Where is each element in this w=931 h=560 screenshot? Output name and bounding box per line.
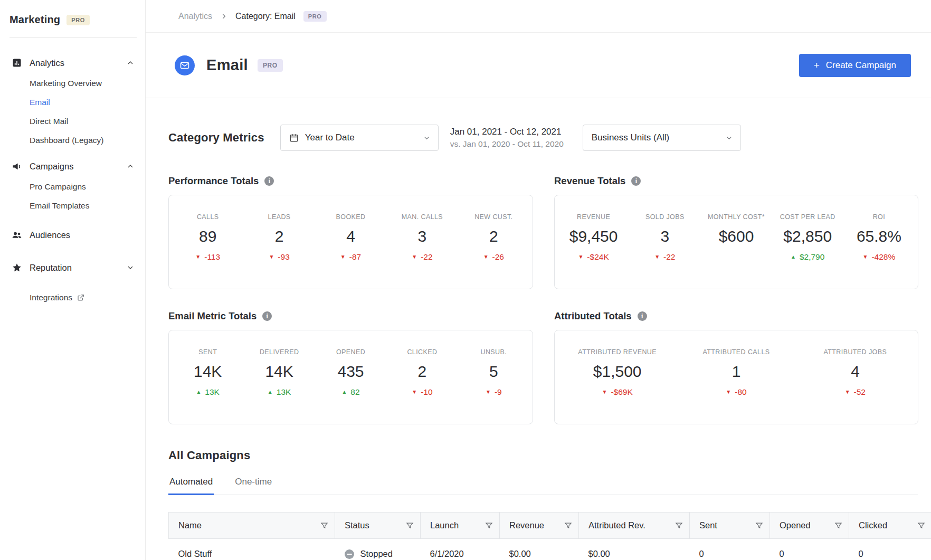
metrics-card: CALLS 89 -113 LEADS 2 xyxy=(168,195,533,289)
filter-icon[interactable] xyxy=(320,521,328,529)
column-label: Clicked xyxy=(859,520,887,530)
cell-launch: 6/1/2020 xyxy=(421,539,500,560)
group-title: Email Metric Totals xyxy=(168,310,256,322)
bar-chart-icon xyxy=(12,58,22,68)
metric-delta: -26 xyxy=(458,252,529,262)
column-label: Attributed Rev. xyxy=(588,520,645,530)
sidebar-item-label: Analytics xyxy=(30,58,64,68)
sidebar-item-marketing-overview[interactable]: Marketing Overview xyxy=(10,74,137,93)
sidebar-item-integrations[interactable]: Integrations xyxy=(10,288,137,307)
status-label: Stopped xyxy=(360,549,393,559)
filter-icon[interactable] xyxy=(755,521,763,529)
filter-icon[interactable] xyxy=(675,521,683,529)
column-label: Sent xyxy=(699,520,717,530)
info-icon[interactable]: i xyxy=(631,176,641,186)
table-column-header[interactable]: Launch xyxy=(421,512,500,539)
campaigns-tabs: Automated One-time xyxy=(168,477,918,495)
sidebar-item-direct-mail[interactable]: Direct Mail xyxy=(10,112,137,131)
chevron-down-icon[interactable] xyxy=(126,263,135,272)
delta-arrow-icon xyxy=(340,254,346,260)
delta-value: 13K xyxy=(205,387,220,397)
metric: UNSUB. 5 -9 xyxy=(458,330,529,424)
sidebar-item-email-templates[interactable]: Email Templates xyxy=(10,196,137,215)
filter-icon[interactable] xyxy=(485,521,493,529)
table-column-header[interactable]: Revenue xyxy=(500,512,579,539)
tab-one-time[interactable]: One-time xyxy=(234,477,273,495)
calendar-icon xyxy=(289,133,299,143)
metric-label: SOLD JOBS xyxy=(629,213,700,222)
breadcrumb: Analytics Category: Email PRO xyxy=(146,0,931,33)
brand-title: Marketing xyxy=(10,14,60,26)
delta-arrow-icon xyxy=(195,254,201,260)
info-icon[interactable]: i xyxy=(638,311,647,321)
chevron-up-icon[interactable] xyxy=(126,59,135,67)
metric-value: 14K xyxy=(172,363,243,381)
chevron-down-icon xyxy=(423,134,431,142)
delta-arrow-icon xyxy=(412,390,417,395)
sidebar-item-dashboard-legacy[interactable]: Dashboard (Legacy) xyxy=(10,131,137,150)
delta-arrow-icon xyxy=(845,390,850,395)
metric-label: CALLS xyxy=(172,213,243,222)
cell-attributed-rev: $0.00 xyxy=(579,539,690,560)
sidebar-item-analytics[interactable]: Analytics xyxy=(10,53,137,73)
sidebar-item-campaigns[interactable]: Campaigns xyxy=(10,156,137,176)
date-range-select[interactable]: Year to Date xyxy=(280,125,439,151)
metric-value: 3 xyxy=(629,227,700,245)
metric-label: ATTRIBUTED REVENUE xyxy=(558,348,677,357)
metric: COST PER LEAD $2,850 $2,790 xyxy=(772,195,843,289)
metric: BOOKED 4 -87 xyxy=(315,195,386,289)
table-column-header[interactable]: Name xyxy=(169,512,335,539)
filter-icon[interactable] xyxy=(564,521,572,529)
create-campaign-label: Create Campaign xyxy=(826,60,896,71)
chevron-right-icon xyxy=(220,13,227,20)
table-column-header[interactable]: Sent xyxy=(690,512,770,539)
chevron-down-icon xyxy=(725,134,733,142)
table-column-header[interactable]: Clicked xyxy=(849,512,931,539)
main-area: Analytics Category: Email PRO Email PRO … xyxy=(146,0,931,560)
metric-delta: -10 xyxy=(386,387,458,397)
filter-icon[interactable] xyxy=(917,521,925,529)
filter-icon[interactable] xyxy=(406,521,414,529)
delta-value: -113 xyxy=(204,252,220,262)
pro-badge: PRO xyxy=(258,59,283,72)
table-row[interactable]: Old Stuff Stopped 6/1/2020 $0.00 $0.00 xyxy=(169,539,931,560)
table-column-header[interactable]: Status xyxy=(335,512,421,539)
date-range-text: Jan 01, 2021 - Oct 12, 2021 vs. Jan 01, … xyxy=(450,127,564,149)
filter-icon[interactable] xyxy=(834,521,842,529)
create-campaign-button[interactable]: + Create Campaign xyxy=(799,54,911,77)
table-column-header[interactable]: Attributed Rev. xyxy=(579,512,690,539)
metric: LEADS 2 -93 xyxy=(243,195,315,289)
date-range-compare: vs. Jan 01, 2020 - Oct 11, 2020 xyxy=(450,139,564,149)
table-column-header[interactable]: Opened xyxy=(770,512,849,539)
breadcrumb-analytics[interactable]: Analytics xyxy=(178,12,212,21)
metric: ATTRIBUTED JOBS 4 -52 xyxy=(796,330,915,424)
info-icon[interactable]: i xyxy=(264,176,274,186)
plus-icon: + xyxy=(814,60,820,70)
metric-value: 4 xyxy=(796,363,915,381)
chevron-up-icon[interactable] xyxy=(126,162,135,170)
column-label: Revenue xyxy=(509,520,544,530)
metric: MAN. CALLS 3 -22 xyxy=(386,195,458,289)
delta-value: -87 xyxy=(349,252,361,262)
sidebar-item-label: Audiences xyxy=(30,230,70,240)
metric-delta: -9 xyxy=(458,387,529,397)
attributed-totals-group: Attributed Totals i ATTRIBUTED REVENUE $… xyxy=(554,310,918,424)
metric: ROI 65.8% -428% xyxy=(843,195,915,289)
info-icon[interactable]: i xyxy=(262,311,272,321)
sidebar-item-email[interactable]: Email xyxy=(10,93,137,112)
sidebar-item-label: Integrations xyxy=(30,293,72,302)
sidebar-item-pro-campaigns[interactable]: Pro Campaigns xyxy=(10,177,137,196)
delta-value: $2,790 xyxy=(800,252,824,262)
sidebar-item-audiences[interactable]: Audiences xyxy=(10,225,137,245)
metric-delta: $2,790 xyxy=(772,252,843,262)
tab-automated[interactable]: Automated xyxy=(168,477,214,495)
cell-status: Stopped xyxy=(335,539,421,560)
app-root: Marketing PRO Analytics Marketing Overvi… xyxy=(0,0,931,560)
metrics-card: REVENUE $9,450 -$24K SOLD JOBS 3 xyxy=(554,195,918,289)
metric-delta: -80 xyxy=(677,387,795,397)
sidebar-divider xyxy=(10,37,137,38)
metric-value: 2 xyxy=(243,227,315,245)
business-units-select[interactable]: Business Units (All) xyxy=(583,125,741,151)
revenue-totals-group: Revenue Totals i REVENUE $9,450 -$24K xyxy=(554,175,918,289)
sidebar-item-reputation[interactable]: Reputation xyxy=(10,258,137,278)
